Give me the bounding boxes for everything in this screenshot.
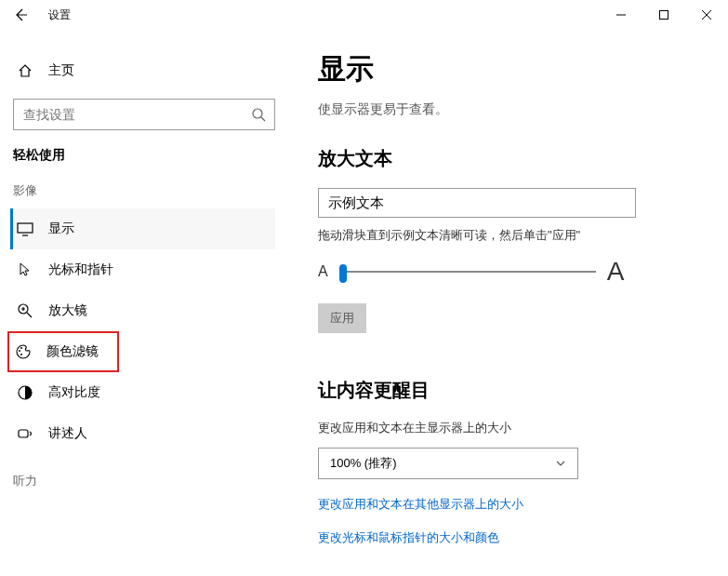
maximize-button[interactable] [642, 0, 685, 30]
sidebar-item-narrator[interactable]: 讲述人 [13, 413, 275, 454]
sample-text-box: 示例文本 [318, 188, 636, 218]
svg-point-1 [253, 109, 262, 118]
palette-icon [15, 343, 32, 360]
link-other-displays[interactable]: 更改应用和文本在其他显示器上的大小 [318, 496, 709, 513]
link-cursor-pointer[interactable]: 更改光标和鼠标指针的大小和颜色 [318, 529, 709, 546]
svg-rect-0 [660, 11, 668, 20]
sidebar-item-label: 显示 [48, 221, 74, 237]
letter-large: A [607, 257, 625, 287]
monitor-icon [17, 221, 33, 237]
sidebar-item-label: 颜色滤镜 [46, 343, 99, 360]
search-input[interactable] [13, 99, 275, 130]
svg-rect-8 [19, 430, 28, 437]
window-title: 设置 [48, 7, 71, 23]
close-button[interactable] [685, 0, 728, 30]
maximize-icon [659, 10, 668, 20]
sidebar-item-high-contrast[interactable]: 高对比度 [13, 372, 275, 413]
home-label: 主页 [48, 62, 74, 79]
close-icon [702, 10, 711, 20]
search-icon [251, 107, 266, 126]
sidebar-item-display[interactable]: 显示 [10, 208, 275, 249]
sidebar-item-color-filters[interactable]: 颜色滤镜 [7, 331, 119, 372]
section-text-size: 放大文本 [318, 146, 709, 171]
slider-hint: 拖动滑块直到示例文本清晰可读，然后单击"应用" [318, 227, 709, 244]
narrator-icon [17, 425, 33, 442]
page-subtitle: 使显示器更易于查看。 [318, 101, 709, 118]
chevron-down-icon [555, 458, 566, 469]
search-wrap [13, 99, 275, 130]
minimize-button[interactable] [600, 0, 642, 30]
section-everything-bigger: 让内容更醒目 [318, 378, 709, 403]
group-visual: 影像 [13, 182, 275, 199]
text-size-slider-row: A A [318, 257, 709, 287]
sidebar-item-label: 讲述人 [48, 425, 87, 442]
sidebar-item-cursor[interactable]: 光标和指针 [13, 249, 275, 290]
slider-thumb[interactable] [339, 264, 347, 283]
group-hearing: 听力 [13, 473, 275, 489]
svg-point-5 [20, 347, 22, 349]
arrow-left-icon [13, 7, 28, 22]
home-icon [17, 62, 33, 79]
svg-point-6 [20, 354, 22, 355]
text-size-slider[interactable] [339, 271, 596, 273]
page-title: 显示 [318, 50, 709, 88]
sidebar: 主页 轻松使用 影像 显示 光标和指针 放大镜 颜色滤镜 [0, 30, 288, 576]
contrast-icon [17, 384, 33, 401]
svg-point-4 [19, 350, 20, 352]
home-nav[interactable]: 主页 [13, 52, 275, 89]
back-button[interactable] [0, 0, 41, 30]
scale-value: 100% (推荐) [330, 455, 397, 472]
scale-label: 更改应用和文本在主显示器上的大小 [318, 420, 709, 436]
sidebar-item-label: 光标和指针 [48, 261, 113, 278]
sidebar-item-label: 高对比度 [48, 384, 100, 401]
cursor-icon [17, 261, 33, 278]
minimize-icon [616, 10, 626, 20]
sidebar-item-label: 放大镜 [48, 302, 87, 319]
scale-select[interactable]: 100% (推荐) [318, 448, 578, 479]
main-panel: 显示 使显示器更易于查看。 放大文本 示例文本 拖动滑块直到示例文本清晰可读，然… [288, 30, 728, 576]
sidebar-item-magnifier[interactable]: 放大镜 [13, 290, 275, 331]
titlebar: 设置 [0, 0, 728, 30]
section-heading: 轻松使用 [13, 147, 275, 164]
svg-rect-2 [18, 223, 33, 233]
letter-small: A [318, 263, 328, 280]
sample-text: 示例文本 [328, 194, 384, 212]
apply-button[interactable]: 应用 [318, 303, 366, 333]
magnifier-icon [17, 302, 33, 319]
